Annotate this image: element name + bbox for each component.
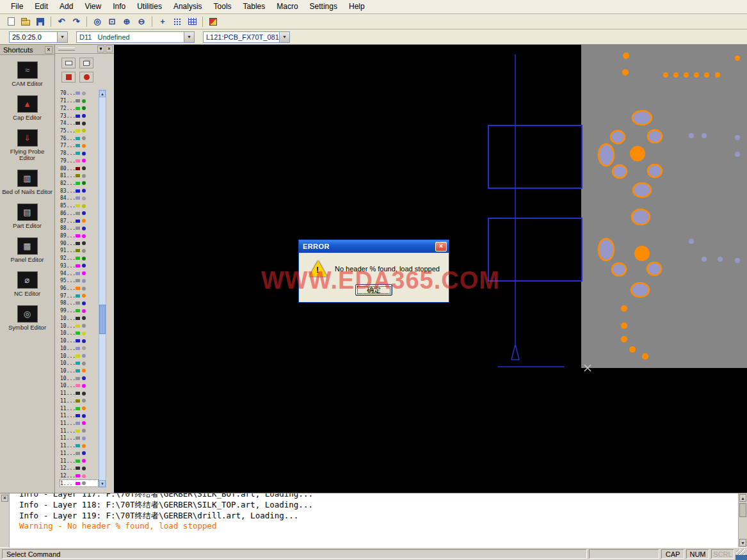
grid-combo[interactable]: 25.0:25.0 ▼ [9,31,68,43]
layer-row[interactable]: 98... [60,300,99,307]
layer-row[interactable]: 81... [60,172,99,180]
zoom-out-button[interactable]: ⊖ [134,15,149,28]
menu-item-tools[interactable]: Tools [208,0,237,13]
layer-row[interactable]: 84... [60,195,99,202]
layer-row[interactable]: 1... [60,479,99,487]
layer-row[interactable]: 73... [60,112,99,120]
log-scroll-down-icon[interactable]: ▼ [739,539,746,547]
film-copy-button[interactable] [79,58,93,68]
layer-row[interactable]: 72... [60,104,99,112]
layer-row[interactable]: 11... [60,427,99,435]
layer-row[interactable]: 86... [60,210,99,218]
layer-row[interactable]: 70... [60,90,99,97]
layer-row[interactable]: 85... [60,202,99,210]
scroll-up-icon[interactable]: ▲ [99,90,106,97]
layer-row[interactable]: 97... [60,292,99,300]
layer-row[interactable]: 93... [60,262,99,270]
layer-row[interactable]: 91... [60,247,99,255]
zoom-window-button[interactable]: ⊡ [105,15,119,28]
layer-row[interactable]: 99... [60,307,99,315]
layer-row[interactable]: 74... [60,120,99,127]
layer-row[interactable]: 77... [60,142,99,150]
layer-row[interactable]: 76... [60,134,99,142]
shortcut-part-editor[interactable]: ▤Part Editor [2,204,53,229]
grid-combo-arrow-icon[interactable]: ▼ [57,32,67,42]
menu-item-macro[interactable]: Macro [271,0,303,13]
layer-row[interactable]: 11... [60,420,99,428]
ok-button[interactable]: 确定 [355,284,392,296]
layer-row[interactable]: 90... [60,239,99,247]
grid-dots-button[interactable] [170,15,184,28]
dcode-combo-arrow-icon[interactable]: ▼ [184,32,194,42]
shortcuts-close-icon[interactable]: × [45,46,52,54]
layer-row[interactable]: 10... [60,315,99,323]
layer-row[interactable]: 10... [60,337,99,345]
menu-item-add[interactable]: Add [54,0,79,13]
layer-row[interactable]: 11... [60,390,99,397]
layer-row[interactable]: 11... [60,404,99,412]
log-scrollbar[interactable]: ▲ ▼ [738,493,747,547]
layer-row[interactable]: 75... [60,127,99,135]
layer-row[interactable]: 96... [60,285,99,292]
layer-row[interactable]: 10... [60,352,99,360]
layers-close-icon[interactable]: × [106,45,113,52]
layer-row[interactable]: 11... [60,435,99,442]
layer-row[interactable]: 94... [60,269,99,277]
menu-item-utilities[interactable]: Utilities [131,0,168,13]
layer-combo-arrow-icon[interactable]: ▼ [279,32,289,42]
layer-row[interactable]: 95... [60,277,99,285]
layer-row[interactable]: 88... [60,225,99,232]
shortcut-cap-editor[interactable]: ▲Cap Editor [2,95,53,121]
save-button[interactable] [33,15,47,28]
grid-lines-button[interactable] [185,15,199,28]
layer-row[interactable]: 92... [60,255,99,262]
layers-scrollbar[interactable]: ▲ ▼ [99,90,106,488]
menu-item-file[interactable]: File [5,0,29,13]
layer-row[interactable]: 10... [60,330,99,337]
log-scroll-up-icon[interactable]: ▲ [739,494,746,502]
layer-row[interactable]: 10... [60,322,99,330]
layer-row[interactable]: 11... [60,442,99,450]
layer-row[interactable]: 11... [60,450,99,458]
layer-row[interactable]: 11... [60,412,99,420]
layer-row[interactable]: 11... [60,397,99,404]
shortcut-bed-of-nails-editor[interactable]: ▥Bed of Nails Editor [2,170,53,195]
shortcut-panel-editor[interactable]: ▦Panel Editor [2,237,53,263]
layer-combo[interactable]: L121:PCB_FX70T_08101 ▼ [203,31,290,43]
measure-button[interactable]: + [156,15,170,28]
error-dialog-titlebar[interactable]: ERROR × [299,240,449,253]
layer-row[interactable]: 10... [60,367,99,375]
menu-item-analysis[interactable]: Analysis [168,0,208,13]
scrollbar-thumb[interactable] [99,305,106,334]
redo-button[interactable]: ↷ [69,15,83,28]
menu-item-tables[interactable]: Tables [237,0,271,13]
menu-item-edit[interactable]: Edit [29,0,54,13]
layer-row[interactable]: 79... [60,157,99,164]
dock-grip[interactable] [58,47,75,51]
shortcut-cam-editor[interactable]: ≈CAM Editor [2,61,53,87]
undo-button[interactable]: ↶ [54,15,68,28]
layer-row[interactable]: 11... [60,457,99,465]
shortcut-flying-probe-editor[interactable]: ⇓Flying Probe Editor [2,129,53,161]
dialog-close-icon[interactable]: × [435,242,447,252]
layer-row[interactable]: 82... [60,180,99,188]
redraw-button[interactable]: ◎ [90,15,104,28]
layer-row[interactable]: 12... [60,472,99,480]
new-button[interactable] [4,15,18,28]
layer-row[interactable]: 12... [60,465,99,472]
menu-item-settings[interactable]: Settings [304,0,343,13]
log-scrollbar-thumb[interactable] [739,503,746,517]
layer-row[interactable]: 10... [60,374,99,382]
shortcut-symbol-editor[interactable]: ◎Symbol Editor [2,305,53,331]
layer-row[interactable]: 78... [60,150,99,157]
menu-item-help[interactable]: Help [343,0,371,13]
film-add-button[interactable] [61,72,76,83]
layers-minimize-icon[interactable]: ▾ [97,45,104,52]
menu-item-info[interactable]: Info [107,0,131,13]
zoom-in-button[interactable]: ⊕ [120,15,134,28]
dcode-combo[interactable]: D11 Undefined ▼ [76,31,195,43]
open-button[interactable] [19,15,33,28]
layer-row[interactable]: 10... [60,344,99,352]
shortcut-nc-editor[interactable]: ⌀NC Editor [2,271,53,297]
scroll-down-icon[interactable]: ▼ [99,480,106,487]
